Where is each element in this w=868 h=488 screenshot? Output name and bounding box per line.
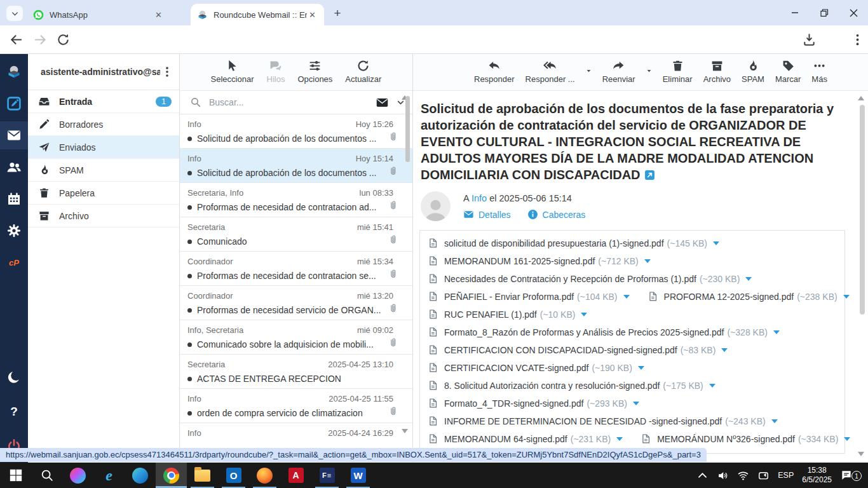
attachment-menu-caret-icon[interactable] bbox=[616, 437, 623, 441]
close-tab-icon[interactable]: ✕ bbox=[307, 10, 318, 20]
attachment-link[interactable]: MEMORANDUM 161-2025-signed.pdf(~712 KB) bbox=[428, 255, 651, 268]
attachment-link[interactable]: MEMORÁNDUM Nº326-signed.pdf(~334 KB) bbox=[641, 433, 850, 445]
reading-scroll-down-icon[interactable] bbox=[858, 452, 864, 456]
sidebar-folder-enviados[interactable]: Enviados bbox=[28, 136, 179, 159]
msg-marcar-button[interactable]: Marcar bbox=[775, 59, 801, 84]
attachment-name[interactable]: solicitud de disponibilidad presupuestar… bbox=[444, 238, 664, 248]
message-list-item[interactable]: Coordinadormié 15:34Proformas de necesid… bbox=[180, 252, 412, 286]
attachment-name[interactable]: Formato_8_Razón de Proformas y Análisis … bbox=[444, 327, 724, 337]
attachment-link[interactable]: RUC PENAFIEL (1).pdf(~10 KB) bbox=[428, 309, 587, 321]
taskbar-edge-icon[interactable] bbox=[125, 463, 156, 488]
tab-list-chevron-icon[interactable] bbox=[6, 6, 23, 21]
sidebar-folder-entrada[interactable]: Entrada1 bbox=[28, 90, 179, 113]
attachment-menu-caret-icon[interactable] bbox=[713, 241, 719, 245]
attachment-name[interactable]: CERTIFICACION CON DISCAPACIDAD-signed-si… bbox=[444, 345, 677, 355]
taskbar-copilot-icon[interactable] bbox=[62, 463, 93, 488]
attachment-menu-caret-icon[interactable] bbox=[623, 295, 630, 299]
attachment-link[interactable]: solicitud de disponibilidad presupuestar… bbox=[428, 238, 719, 250]
attachment-link[interactable]: Formato_8_Razón de Proformas y Análisis … bbox=[428, 327, 780, 339]
message-list-item[interactable]: Secretaria2025-04-25 13:10ACTAS DE ENTRE… bbox=[180, 355, 412, 389]
attachment-menu-caret-icon[interactable] bbox=[844, 437, 850, 441]
tab-roundcube[interactable]: Roundcube Webmail :: Enviados ✕ bbox=[191, 4, 324, 25]
msg-spam-button[interactable]: SPAM bbox=[742, 59, 764, 84]
attachment-link[interactable]: PROFORMA 12-2025-signed.pdf(~238 KB) bbox=[648, 291, 850, 303]
meet-now-icon[interactable] bbox=[757, 470, 770, 482]
back-button[interactable] bbox=[9, 32, 24, 47]
cpanel-icon[interactable]: cP bbox=[0, 248, 28, 276]
attachment-menu-caret-icon[interactable] bbox=[709, 384, 715, 388]
taskbar-firefox-icon[interactable] bbox=[249, 463, 280, 488]
attachment-name[interactable]: MEMORANDUM 64-signed.pdf bbox=[444, 434, 567, 444]
roundcube-logo-icon[interactable] bbox=[0, 58, 28, 86]
open-in-new-window-icon[interactable] bbox=[644, 170, 655, 180]
search-input[interactable]: Buscar... bbox=[209, 97, 376, 107]
headers-toggle[interactable]: Cabeceras bbox=[527, 209, 586, 220]
tray-clock[interactable]: 15:38 6/5/2025 bbox=[802, 466, 832, 485]
attachment-name[interactable]: RUC PENAFIEL (1).pdf bbox=[444, 309, 537, 320]
attachment-link[interactable]: CERTIFICACION CON DISCAPACIDAD-signed-si… bbox=[428, 344, 728, 356]
attachment-name[interactable]: MEMORANDUM 161-2025-signed.pdf bbox=[444, 256, 595, 266]
attachment-link[interactable]: 8. Solicitud Autorización contra y resol… bbox=[428, 380, 715, 392]
dropdown-caret-icon[interactable] bbox=[646, 68, 652, 74]
tray-chevron-up-icon[interactable] bbox=[696, 470, 709, 482]
account-menu-icon[interactable] bbox=[160, 65, 174, 79]
attachment-name[interactable]: Necesidades de Contratación y Recepción … bbox=[444, 274, 696, 284]
attachment-menu-caret-icon[interactable] bbox=[843, 295, 850, 299]
wifi-icon[interactable] bbox=[737, 470, 749, 482]
dropdown-caret-icon[interactable] bbox=[586, 68, 592, 74]
attachment-link[interactable]: INFORME DE DETERMINACION DE NECESIDAD -s… bbox=[428, 416, 778, 428]
attachment-menu-caret-icon[interactable] bbox=[771, 419, 778, 423]
downloads-icon[interactable] bbox=[802, 32, 817, 47]
forward-button[interactable] bbox=[33, 32, 48, 47]
contacts-icon[interactable] bbox=[0, 153, 28, 181]
message-list-item[interactable]: Secretaria, Infolun 08:33Proformas de ne… bbox=[180, 183, 412, 217]
calendar-icon[interactable] bbox=[0, 185, 28, 213]
tray-language[interactable]: ESP bbox=[778, 471, 794, 480]
window-restore-button[interactable] bbox=[810, 0, 839, 25]
window-minimize-button[interactable] bbox=[780, 0, 810, 25]
message-list-item[interactable]: InfoHoy 15:26Solicitud de aprobación de … bbox=[180, 114, 412, 149]
msg-archivo-button[interactable]: Archivo bbox=[703, 59, 731, 84]
taskbar-search-icon[interactable] bbox=[31, 463, 62, 488]
sidebar-folder-papelera[interactable]: Papelera bbox=[28, 182, 179, 205]
attachment-menu-caret-icon[interactable] bbox=[745, 277, 752, 281]
list-opciones-button[interactable]: Opciones bbox=[297, 59, 332, 84]
search-scope-mail-icon[interactable] bbox=[376, 96, 389, 109]
taskbar-chrome-icon[interactable] bbox=[156, 463, 187, 488]
message-list-item[interactable]: Coordinadormié 13:20Proformas de necesid… bbox=[180, 286, 412, 320]
attachment-name[interactable]: INFORME DE DETERMINACION DE NECESIDAD -s… bbox=[444, 416, 722, 426]
attachment-link[interactable]: PEÑAFIEL - Enviar Proforma.pdf(~104 KB) bbox=[428, 291, 630, 303]
attachment-menu-caret-icon[interactable] bbox=[644, 259, 651, 263]
mail-icon[interactable] bbox=[0, 121, 28, 149]
sidebar-folder-spam[interactable]: SPAM bbox=[28, 159, 179, 182]
msg-m-s-button[interactable]: Más bbox=[811, 59, 827, 84]
help-icon[interactable]: ? bbox=[0, 398, 28, 426]
reading-scrollbar-thumb[interactable] bbox=[860, 105, 865, 315]
attachment-link[interactable]: MEMORANDUM 64-signed.pdf(~231 KB) bbox=[428, 433, 623, 445]
notification-center-icon[interactable]: 1 bbox=[840, 467, 862, 484]
attachment-menu-caret-icon[interactable] bbox=[721, 348, 728, 352]
attachment-menu-caret-icon[interactable] bbox=[581, 313, 587, 316]
taskbar-f-app-icon[interactable]: F≡ bbox=[311, 463, 342, 488]
attachment-name[interactable]: PEÑAFIEL - Enviar Proforma.pdf bbox=[444, 292, 574, 302]
attachment-menu-caret-icon[interactable] bbox=[638, 366, 644, 370]
list-scrollbar-thumb[interactable] bbox=[405, 96, 410, 162]
attachment-name[interactable]: PROFORMA 12-2025-signed.pdf bbox=[664, 292, 794, 302]
taskbar-file-explorer-icon[interactable] bbox=[187, 463, 218, 488]
browser-menu-icon[interactable] bbox=[850, 32, 865, 47]
close-tab-icon[interactable]: ✕ bbox=[153, 10, 164, 20]
recipient-link[interactable]: Info bbox=[471, 193, 487, 203]
msg-responder-button[interactable]: Responder ... bbox=[526, 59, 575, 84]
list-actualizar-button[interactable]: Actualizar bbox=[345, 59, 381, 84]
taskbar-internet-explorer-icon[interactable]: e bbox=[93, 463, 125, 488]
attachment-name[interactable]: 8. Solicitud Autorización contra y resol… bbox=[444, 381, 660, 391]
reading-scroll-up-icon[interactable] bbox=[858, 96, 864, 100]
attachment-link[interactable]: Necesidades de Contratación y Recepción … bbox=[428, 273, 752, 285]
message-list-item[interactable]: Info2025-04-25 11:55orden de compra serv… bbox=[180, 389, 412, 423]
msg-eliminar-button[interactable]: Eliminar bbox=[663, 59, 693, 84]
taskbar-start-icon[interactable] bbox=[0, 463, 31, 488]
compose-icon[interactable] bbox=[0, 90, 28, 118]
taskbar-outlook-icon[interactable]: O bbox=[218, 463, 249, 488]
message-list-item[interactable]: Info, Secretariamié 09:02Comunicado sobr… bbox=[180, 320, 412, 355]
attachment-name[interactable]: Formato_4_TDR-signed-signed.pdf bbox=[444, 398, 583, 409]
